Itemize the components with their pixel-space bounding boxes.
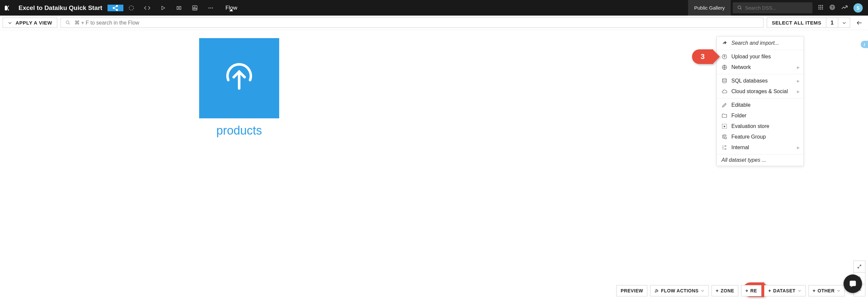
help-icon[interactable]: ? [829,4,836,12]
dropdown-search-import[interactable]: Search and import... [717,38,804,48]
topbar-nav-icons [107,5,219,11]
flow-canvas[interactable]: products Search and import... Upload you… [0,30,868,299]
svg-point-7 [212,7,213,8]
fullscreen-button[interactable] [854,261,865,272]
preview-button[interactable]: PREVIEW [616,285,647,296]
dropdown-feature-group[interactable]: Feature Group [717,132,804,142]
upload-icon [221,60,257,97]
svg-rect-17 [822,8,823,9]
cloud-icon [721,88,727,94]
upload-icon [721,54,727,60]
chat-icon [848,279,858,289]
code-icon[interactable] [139,5,155,11]
database-icon [721,78,727,84]
svg-point-26 [725,137,727,139]
dropdown-network[interactable]: Network ▶ [717,62,804,73]
chevron-down-icon [837,289,841,293]
dashboard-icon[interactable] [187,5,203,11]
dataset-node-products[interactable]: products [199,38,279,138]
apps-icon[interactable] [818,4,824,11]
dataset-label: products [199,124,279,138]
plus-icon: + [769,288,771,293]
add-recipe-button[interactable]: +RE [741,285,761,296]
plus-icon: + [716,288,719,293]
chevron-right-icon: ▶ [797,89,800,94]
flow-toolbar: APPLY A VIEW SELECT ALL ITEMS 1 [0,16,868,30]
collapse-sidebar-button[interactable] [854,18,865,28]
select-all-button[interactable]: SELECT ALL ITEMS [767,18,826,28]
info-badge[interactable]: i [861,41,868,48]
svg-rect-3 [195,6,195,9]
share-icon [721,40,727,46]
plus-icon: + [745,288,748,293]
svg-rect-11 [822,5,823,6]
chevron-right-icon: ▶ [797,65,800,70]
chevron-right-icon: ▶ [797,145,800,150]
svg-rect-16 [820,8,822,9]
expand-icon [857,264,862,269]
global-search[interactable] [733,2,812,13]
svg-rect-2 [193,7,194,9]
add-other-button[interactable]: +OTHER [808,285,845,296]
topbar: Excel to Dataiku Quick Start [0,0,868,16]
dataset-icon-upload[interactable] [199,38,279,118]
run-icon[interactable] [155,5,171,11]
dropdown-all-types[interactable]: All dataset types ... [717,155,804,166]
select-count: 1 [826,18,838,28]
wiki-icon[interactable] [171,5,187,11]
svg-rect-12 [818,7,819,8]
project-title[interactable]: Excel to Dataiku Quick Start [13,4,107,11]
ml-icon[interactable] [123,5,139,11]
callout-3: 3 [692,49,713,64]
svg-point-23 [722,79,726,80]
arrow-left-icon [856,20,863,26]
user-avatar[interactable]: S [854,3,863,12]
chevron-right-icon: ▶ [797,79,800,83]
topbar-left: Excel to Dataiku Quick Start [0,0,244,16]
internal-icon [721,144,727,151]
apply-view-label: APPLY A VIEW [16,20,52,26]
add-zone-button[interactable]: +ZONE [712,285,739,296]
plus-icon: + [813,288,816,293]
search-icon [65,20,70,25]
trend-icon[interactable] [841,4,848,12]
dropdown-sql-databases[interactable]: SQL databases ▶ [717,76,804,86]
dropdown-evaluation-store[interactable]: Evaluation store [717,121,804,132]
svg-point-20 [66,21,69,24]
wrench-icon [654,289,659,293]
flow-tab-label[interactable]: Flow [219,5,244,11]
svg-rect-15 [818,8,819,9]
svg-rect-4 [196,8,196,9]
chevron-down-icon [701,289,705,293]
dropdown-internal[interactable]: Internal ▶ [717,142,804,153]
chevron-down-icon [798,289,802,293]
flow-icon[interactable] [107,5,123,11]
topbar-right: ? S [812,0,868,16]
chevron-down-icon [8,21,12,25]
flow-action-bar: PREVIEW FLOW ACTIONS +ZONE +RE +DATASET … [616,285,845,296]
dropdown-cloud-social[interactable]: Cloud storages & Social ▶ [717,86,804,97]
flow-search-input[interactable] [74,20,759,26]
svg-rect-27 [850,281,856,286]
globe-icon [721,64,727,70]
public-gallery-link[interactable]: Public Gallery [688,0,731,16]
pencil-icon [721,102,727,108]
svg-point-0 [129,6,134,10]
flow-actions-button[interactable]: FLOW ACTIONS [650,285,709,296]
select-chevron-button[interactable] [838,18,850,28]
dropdown-upload-files[interactable]: Upload your files [717,51,804,62]
dropdown-folder[interactable]: Folder [717,110,804,121]
svg-rect-13 [820,7,822,8]
global-search-input[interactable] [745,5,808,10]
star-box-icon [721,123,727,129]
add-dataset-button[interactable]: +DATASET [764,285,806,296]
more-icon[interactable] [203,5,219,11]
intercom-chat-button[interactable] [843,274,862,293]
dropdown-editable[interactable]: Editable [717,100,804,110]
apply-view-button[interactable]: APPLY A VIEW [3,18,57,28]
flow-search[interactable] [61,18,764,28]
svg-rect-9 [818,5,819,6]
dataiku-logo[interactable] [0,4,13,11]
svg-rect-14 [822,7,823,8]
svg-point-6 [210,7,211,8]
